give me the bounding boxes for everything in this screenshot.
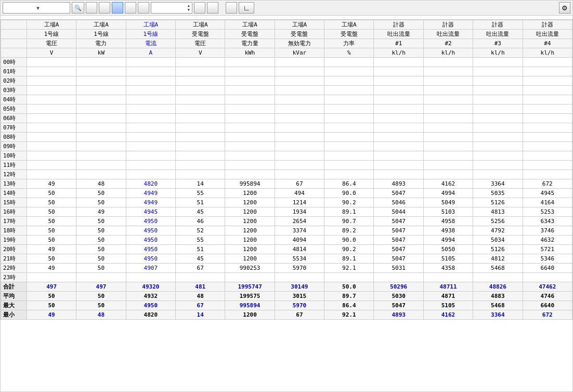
data-cell [523,114,572,123]
th-h1-1: 工場A [27,20,76,30]
th-h1-8: 計器 [374,20,423,30]
data-cell [225,142,275,151]
data-cell [126,273,175,282]
time-cell: 15時 [1,198,27,207]
data-cell [473,170,523,179]
summary-cell: 5047 [374,301,423,310]
data-cell [126,114,175,123]
th-empty-4 [1,48,27,58]
table-container[interactable]: 工場A 工場A 工場A 工場A 工場A 工場A 工場A 計器 計器 計器 計器 … [1,20,572,391]
data-cell [27,104,76,114]
summary-cell: 497 [27,282,76,292]
date-spinner[interactable]: ▲▼ [188,4,190,12]
summary-label: 最小 [1,310,27,320]
data-cell [473,86,523,95]
data-cell: 4945 [523,189,572,198]
data-cell: 1934 [275,207,324,217]
summary-row: 最小494848201412006792.1489341623364672 [1,310,572,320]
next-next-button[interactable] [99,2,110,14]
data-cell [523,161,572,170]
data-cell [275,151,324,161]
data-cell [473,161,523,170]
data-cell [126,151,175,161]
table-row: 01時 [1,67,572,76]
monthly-button[interactable] [125,2,136,14]
today-button[interactable] [194,2,205,14]
table-row: 14時5050494955120049490.05047499450354945 [1,189,572,198]
search-button[interactable]: 🔍 [72,2,84,14]
data-cell [76,67,126,76]
time-cell: 19時 [1,236,27,245]
th-h4-4: V [176,48,225,58]
data-cell [374,104,423,114]
time-cell: 14時 [1,189,27,198]
data-cell [225,114,275,123]
th-empty-2 [1,30,27,39]
next-page-button[interactable] [226,2,237,14]
data-table: 工場A 工場A 工場A 工場A 工場A 工場A 工場A 計器 計器 計器 計器 … [1,20,572,320]
data-cell: 49 [27,179,76,189]
time-cell: 11時 [1,161,27,170]
header-row-2: 1号線 1号線 1号線 受電盤 受電盤 受電盤 受電盤 吐出流量 吐出流量 吐出… [1,30,572,39]
data-cell [225,151,275,161]
data-cell [27,273,76,282]
summary-cell: 67 [176,301,225,310]
data-cell: 48 [76,179,126,189]
th-h2-8: 吐出流量 [374,30,423,39]
data-cell [374,273,423,282]
table-row: 08時 [1,133,572,142]
data-cell [176,133,225,142]
settings-button[interactable]: ⚙ [559,2,570,14]
date-input[interactable]: ▲▼ [151,2,192,14]
data-cell: 55 [176,189,225,198]
prev-page-button[interactable] [207,2,218,14]
data-cell: 50 [76,245,126,254]
data-cell: 5468 [473,264,523,273]
time-cell: 04時 [1,95,27,104]
data-cell [27,161,76,170]
time-cell: 01時 [1,67,27,76]
yearly-button[interactable] [138,2,149,14]
data-cell [275,67,324,76]
data-cell [423,67,473,76]
data-cell: 5046 [374,198,423,207]
th-h4-5: kWh [225,48,275,58]
daily-button[interactable] [112,2,123,14]
prev-prev-button[interactable] [86,2,97,14]
data-cell [374,95,423,104]
th-empty-1 [1,20,27,30]
data-cell [324,273,374,282]
th-h3-10: #3 [473,39,523,48]
data-cell [225,133,275,142]
time-cell: 02時 [1,76,27,86]
summary-cell: 5030 [374,292,423,301]
data-cell [126,161,175,170]
data-cell: 4958 [423,217,473,226]
summary-cell: 48 [76,310,126,320]
data-cell [374,67,423,76]
data-cell: 14 [176,179,225,189]
data-cell: 90.2 [324,198,374,207]
data-cell [324,161,374,170]
data-cell: 5047 [374,217,423,226]
summary-cell: 89.7 [324,292,374,301]
chart-button[interactable]: ∟ [239,2,254,14]
data-cell [374,161,423,170]
table-row: 05時 [1,104,572,114]
data-cell [225,86,275,95]
th-h4-3: A [126,48,175,58]
group-select[interactable]: ▼ [3,2,70,14]
data-cell: 49 [27,264,76,273]
time-cell: 16時 [1,207,27,217]
data-cell [126,123,175,133]
summary-cell: 47462 [523,282,572,292]
data-cell [275,76,324,86]
table-row: 10時 [1,151,572,161]
group-dropdown-arrow: ▼ [36,5,68,11]
data-cell [324,76,374,86]
time-cell: 06時 [1,114,27,123]
data-cell: 990253 [225,264,275,273]
data-cell: 1200 [225,236,275,245]
data-cell [324,133,374,142]
th-h1-6: 工場A [275,20,324,30]
